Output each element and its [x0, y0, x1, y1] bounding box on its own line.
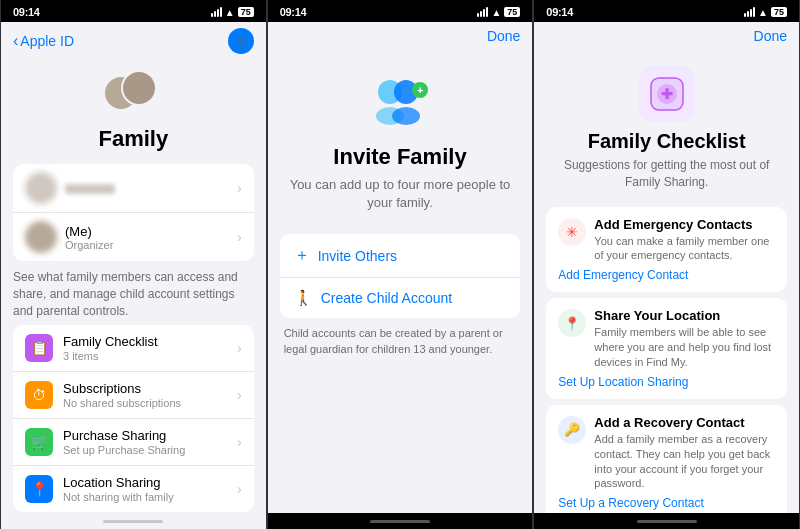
checklist-hero: ✚ Family Checklist Suggestions for getti…	[534, 50, 799, 199]
member-name-blurred	[65, 184, 115, 194]
member-avatar-me	[25, 221, 57, 253]
signal-icon	[211, 7, 222, 17]
chevron-subscriptions: ›	[237, 387, 242, 403]
location-action-link[interactable]: Set Up Location Sharing	[558, 375, 775, 389]
panel-invite: 09:14 ▲ 75 Done +	[267, 0, 534, 529]
battery-icon: 75	[238, 7, 254, 17]
member-row-me[interactable]: (Me) Organizer ›	[13, 213, 254, 261]
home-indicator-2	[268, 513, 533, 529]
status-icons-3: ▲ 75	[744, 7, 787, 18]
location-row[interactable]: 📍 Location Sharing Not sharing with fami…	[13, 466, 254, 512]
member-info-placeholder	[65, 179, 237, 197]
recovery-icon: 🔑	[558, 416, 586, 444]
home-bar-3	[637, 520, 697, 523]
family-avatars	[103, 70, 163, 120]
invite-title: Invite Family	[333, 144, 466, 170]
home-bar-1	[103, 520, 163, 523]
location-share-desc: Family members will be able to see where…	[594, 325, 775, 370]
purchase-row[interactable]: 🛒 Purchase Sharing Set up Purchase Shari…	[13, 419, 254, 466]
nav-bar-3: Done	[534, 22, 799, 50]
checklist-item-header-2: 📍 Share Your Location Family members wil…	[558, 308, 775, 370]
member-card: › (Me) Organizer ›	[13, 164, 254, 261]
subscriptions-sub: No shared subscriptions	[63, 397, 237, 409]
status-time-1: 09:14	[13, 6, 40, 18]
recovery-title: Add a Recovery Contact	[594, 415, 775, 430]
done-button-3[interactable]: Done	[754, 28, 787, 44]
purchase-sub: Set up Purchase Sharing	[63, 444, 237, 456]
home-indicator-3	[534, 513, 799, 529]
member-role-me: Organizer	[65, 239, 237, 251]
subscriptions-text: Subscriptions No shared subscriptions	[63, 381, 237, 409]
signal-icon-3	[744, 7, 755, 17]
home-indicator-1	[1, 513, 266, 529]
checklist-items: ✳ Add Emergency Contacts You can make a …	[546, 207, 787, 513]
family-icon-svg: +	[368, 70, 432, 134]
invite-icon-wrap: +	[368, 70, 432, 134]
purchase-label: Purchase Sharing	[63, 428, 237, 443]
status-bar-1: 09:14 ▲ 75	[1, 0, 266, 22]
subscriptions-label: Subscriptions	[63, 381, 237, 396]
chevron-left-icon: ‹	[13, 32, 18, 50]
signal-icon-2	[477, 7, 488, 17]
member-info-me: (Me) Organizer	[65, 224, 237, 251]
nav-bar-2: Done	[268, 22, 533, 50]
checklist-icon: 📋	[25, 334, 53, 362]
chevron-icon: ›	[237, 180, 242, 196]
family-hero: Family	[1, 60, 266, 158]
checklist-row[interactable]: 📋 Family Checklist 3 items ›	[13, 325, 254, 372]
family-title: Family	[98, 126, 168, 152]
avatar-2	[121, 70, 157, 106]
checklist-text: Family Checklist 3 items	[63, 334, 237, 362]
location-icon: 📍	[25, 475, 53, 503]
back-button[interactable]: ‹ Apple ID	[13, 32, 74, 50]
family-screen: Family › (Me) Organizer › See what famil…	[1, 60, 266, 513]
subscriptions-row[interactable]: ⏱ Subscriptions No shared subscriptions …	[13, 372, 254, 419]
location-label: Location Sharing	[63, 475, 237, 490]
recovery-action-link[interactable]: Set Up a Recovery Contact	[558, 496, 775, 510]
battery-icon-2: 75	[504, 7, 520, 17]
emergency-action-link[interactable]: Add Emergency Contact	[558, 268, 775, 282]
invite-others-row[interactable]: ＋ Invite Others	[280, 234, 521, 278]
create-child-label: Create Child Account	[321, 290, 453, 306]
wifi-icon-3: ▲	[758, 7, 768, 18]
status-bar-3: 09:14 ▲ 75	[534, 0, 799, 22]
done-button-2[interactable]: Done	[487, 28, 520, 44]
checklist-label: Family Checklist	[63, 334, 237, 349]
home-bar-2	[370, 520, 430, 523]
emergency-title: Add Emergency Contacts	[594, 217, 775, 232]
checklist-item-emergency: ✳ Add Emergency Contacts You can make a …	[546, 207, 787, 293]
chevron-purchase: ›	[237, 434, 242, 450]
purchase-text: Purchase Sharing Set up Purchase Sharing	[63, 428, 237, 456]
nav-bar-1: ‹ Apple ID 👤	[1, 22, 266, 60]
checklist-screen: ✚ Family Checklist Suggestions for getti…	[534, 50, 799, 513]
svg-text:✚: ✚	[661, 86, 673, 102]
wifi-icon: ▲	[225, 7, 235, 18]
checklist-icon-wrap: ✚	[639, 66, 695, 122]
person-icon: 👤	[233, 34, 249, 49]
create-child-row[interactable]: 🚶 Create Child Account	[280, 278, 521, 318]
invite-actions: ＋ Invite Others 🚶 Create Child Account	[280, 234, 521, 318]
checklist-item-header-3: 🔑 Add a Recovery Contact Add a family me…	[558, 415, 775, 491]
svg-point-3	[392, 107, 420, 125]
account-icon[interactable]: 👤	[228, 28, 254, 54]
status-time-2: 09:14	[280, 6, 307, 18]
purchase-icon: 🛒	[25, 428, 53, 456]
member-name-me: (Me)	[65, 224, 237, 239]
chevron-location: ›	[237, 481, 242, 497]
wifi-icon-2: ▲	[491, 7, 501, 18]
subscriptions-icon: ⏱	[25, 381, 53, 409]
checklist-item-header-1: ✳ Add Emergency Contacts You can make a …	[558, 217, 775, 264]
battery-icon-3: 75	[771, 7, 787, 17]
child-icon: 🚶	[294, 289, 313, 307]
emergency-desc: You can make a family member one of your…	[594, 234, 775, 264]
status-bar-2: 09:14 ▲ 75	[268, 0, 533, 22]
location-text: Location Sharing Not sharing with family	[63, 475, 237, 503]
location-share-icon: 📍	[558, 309, 586, 337]
checklist-item-location: 📍 Share Your Location Family members wil…	[546, 298, 787, 399]
invite-note: Child accounts can be created by a paren…	[280, 326, 521, 357]
emergency-icon: ✳	[558, 218, 586, 246]
location-content: Share Your Location Family members will …	[594, 308, 775, 370]
feature-list: 📋 Family Checklist 3 items › ⏱ Subscript…	[13, 325, 254, 512]
chevron-checklist: ›	[237, 340, 242, 356]
svg-text:+: +	[417, 84, 423, 96]
